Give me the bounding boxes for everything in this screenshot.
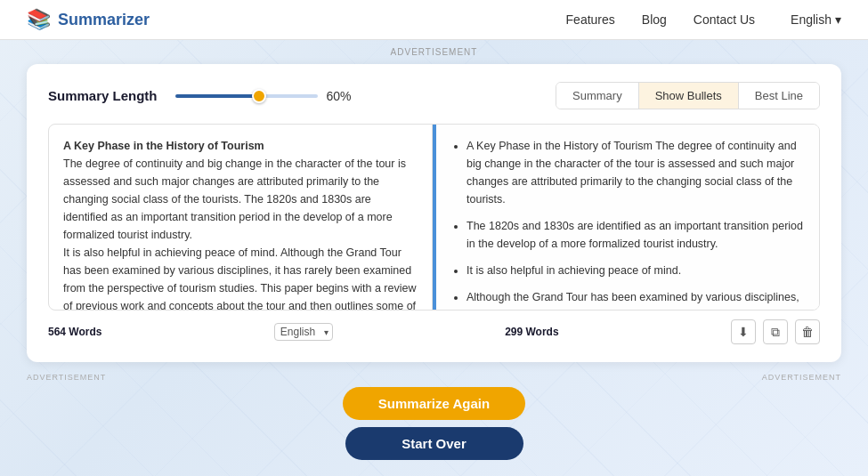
navbar: 📚 Summarizer Features Blog Contact Us En…: [0, 0, 868, 40]
nav-blog[interactable]: Blog: [642, 12, 667, 27]
nav-links: Features Blog Contact Us: [566, 12, 756, 27]
nav-features[interactable]: Features: [566, 12, 615, 27]
start-over-button[interactable]: Start Over: [345, 427, 523, 460]
delete-button[interactable]: 🗑: [795, 319, 820, 344]
footer-row: 564 Words English 299 Words ⬇ ⧉ 🗑: [48, 319, 820, 344]
copy-icon: ⧉: [771, 325, 780, 340]
ad-bottom-left: Advertisement: [27, 371, 106, 382]
panels-row: A Key Phase in the History of Tourism Th…: [48, 124, 820, 311]
controls-row: Summary Length 60% Summary Show Bullets …: [48, 82, 820, 109]
logo: 📚 Summarizer: [27, 8, 150, 31]
language-dropdown-wrap: English: [274, 323, 333, 341]
trash-icon: 🗑: [801, 325, 814, 339]
copy-button[interactable]: ⧉: [763, 319, 788, 344]
ad-bottom-right: Advertisement: [762, 371, 841, 382]
panel-left-title: A Key Phase in the History of Tourism: [63, 140, 264, 152]
tab-show-bullets[interactable]: Show Bullets: [639, 83, 739, 109]
main-card: Summary Length 60% Summary Show Bullets …: [27, 64, 841, 362]
tab-summary[interactable]: Summary: [556, 83, 639, 109]
nav-contact[interactable]: Contact Us: [694, 12, 755, 27]
panel-left-text: The degree of continuity and big change …: [63, 157, 416, 310]
output-word-count: 299 Words: [505, 326, 558, 338]
summary-text-panel[interactable]: A Key Phase in the History of Tourism Th…: [433, 125, 819, 310]
bottom-section: Advertisement Advertisement Summarize Ag…: [0, 371, 868, 460]
action-icons: ⬇ ⧉ 🗑: [731, 319, 820, 344]
summarize-again-button[interactable]: Summarize Again: [343, 387, 525, 420]
download-button[interactable]: ⬇: [731, 319, 756, 344]
input-word-count: 564 Words: [48, 326, 101, 338]
ad-top-banner: Advertisement: [0, 40, 868, 64]
tab-group: Summary Show Bullets Best Line: [556, 82, 820, 109]
logo-icon: 📚: [27, 8, 51, 31]
bullet-item-2: The 1820s and 1830s are identified as an…: [466, 217, 805, 253]
language-selector[interactable]: English ▾: [791, 12, 841, 27]
action-buttons: Summarize Again Start Over: [0, 387, 868, 460]
bullet-list: A Key Phase in the History of Tourism Th…: [450, 137, 805, 310]
slider-percentage: 60%: [327, 89, 361, 103]
language-dropdown[interactable]: English: [274, 323, 333, 341]
bullet-item-3: It is also helpful in achieving peace of…: [466, 262, 805, 279]
tab-best-line[interactable]: Best Line: [739, 83, 819, 109]
logo-text: Summarizer: [58, 11, 150, 29]
bullet-item-4: Although the Grand Tour has been examine…: [466, 288, 805, 310]
download-icon: ⬇: [738, 325, 749, 339]
bullet-item-1: A Key Phase in the History of Tourism Th…: [466, 137, 805, 208]
slider-wrap: 60%: [175, 89, 538, 103]
chevron-down-icon: ▾: [835, 12, 841, 27]
summary-length-label: Summary Length: [48, 88, 158, 103]
input-text-panel[interactable]: A Key Phase in the History of Tourism Th…: [49, 125, 433, 310]
language-label: English: [791, 12, 831, 27]
summary-length-slider[interactable]: [175, 94, 318, 98]
